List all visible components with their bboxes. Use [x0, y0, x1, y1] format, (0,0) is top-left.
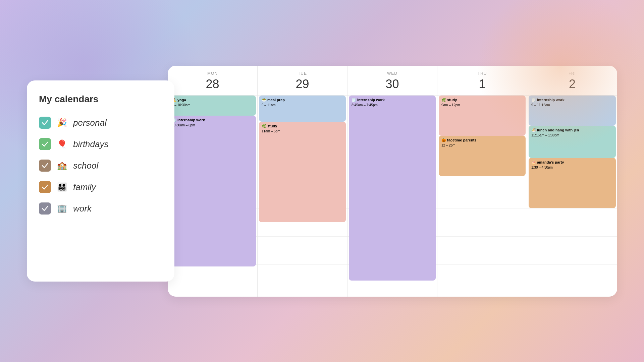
checkbox-work[interactable] [39, 202, 51, 215]
event-internship-work-wed[interactable]: 🗒️ internship work 8:45am – 7:45pm [349, 96, 436, 281]
day-header-thu: THU 1 [437, 66, 527, 95]
calendar-item-family[interactable]: 👨‍👩‍👧‍👦 family [39, 181, 162, 193]
day-column-wed: 🗒️ internship work 8:45am – 7:45pm [347, 96, 437, 297]
label-work: work [73, 203, 92, 214]
emoji-birthdays: 🎈 [57, 139, 67, 149]
event-amandas-party[interactable]: 🎂 amanda's party 1:30 – 4:30pm [529, 158, 616, 208]
sidebar-title: My calendars [39, 94, 162, 105]
checkbox-family[interactable] [39, 181, 51, 193]
checkbox-birthdays[interactable] [39, 138, 51, 150]
event-study-thu[interactable]: 🌿 study 9am – 12pm [439, 96, 526, 136]
day-number-mon: 28 [170, 77, 255, 91]
day-column-fri: 🗒️ internship work 9 – 11:15am 🍜 lunch a… [527, 96, 617, 297]
checkbox-personal[interactable] [39, 117, 51, 129]
day-header-fri: FRI 2 [527, 66, 617, 95]
calendar-item-work[interactable]: 🏢 work [39, 202, 162, 215]
day-header-tue: TUE 29 [258, 66, 347, 95]
sidebar: My calendars 🎉 personal 🎈 birthdays 🏫 sc… [27, 80, 174, 282]
emoji-family: 👨‍👩‍👧‍👦 [57, 182, 67, 192]
day-number-wed: 30 [350, 77, 434, 91]
day-number-tue: 29 [260, 77, 344, 91]
event-facetime-parents[interactable]: 🎃 facetime parents 12 – 2pm [439, 136, 526, 176]
calendar-item-birthdays[interactable]: 🎈 birthdays [39, 138, 162, 150]
day-name-thu: THU [440, 71, 524, 76]
day-number-thu: 1 [440, 77, 524, 91]
day-column-tue: 🥗 meal prep 9 – 11am 🌿 study 11am – 5pm [258, 96, 347, 297]
day-column-mon: 🧘 yoga 9 – 10:30am 🗒️ internship work 10… [168, 96, 258, 297]
event-internship-work-fri[interactable]: 🗒️ internship work 9 – 11:15am [529, 96, 616, 126]
event-internship-work-mon[interactable]: 🗒️ internship work 10:30am – 8pm [169, 116, 256, 266]
day-header-mon: MON 28 [168, 66, 258, 95]
day-name-wed: WED [350, 71, 434, 76]
day-name-tue: TUE [260, 71, 344, 76]
day-number-fri: 2 [530, 77, 614, 91]
day-name-fri: FRI [530, 71, 614, 76]
day-column-thu: 🌿 study 9am – 12pm 🎃 facetime parents 12… [437, 96, 527, 297]
emoji-personal: 🎉 [57, 118, 67, 127]
calendar-item-personal[interactable]: 🎉 personal [39, 117, 162, 129]
event-lunch-hang[interactable]: 🍜 lunch and hang with jen 11:15am – 1:30… [529, 126, 616, 158]
checkbox-school[interactable] [39, 160, 51, 172]
emoji-school: 🏫 [57, 161, 67, 170]
emoji-work: 🏢 [57, 204, 67, 213]
day-name-mon: MON [170, 71, 255, 76]
label-family: family [73, 182, 96, 192]
calendar-panel: MON 28 TUE 29 WED 30 THU 1 FRI 2 [168, 66, 617, 297]
label-personal: personal [73, 118, 107, 128]
label-school: school [73, 161, 98, 171]
label-birthdays: birthdays [73, 139, 109, 149]
event-meal-prep[interactable]: 🥗 meal prep 9 – 11am [259, 96, 346, 122]
event-study-tue[interactable]: 🌿 study 11am – 5pm [259, 122, 346, 222]
calendar-header: MON 28 TUE 29 WED 30 THU 1 FRI 2 [168, 66, 617, 96]
calendar-item-school[interactable]: 🏫 school [39, 160, 162, 172]
event-yoga[interactable]: 🧘 yoga 9 – 10:30am [169, 96, 256, 116]
calendar-body: 🧘 yoga 9 – 10:30am 🗒️ internship work 10… [168, 96, 617, 297]
day-header-wed: WED 30 [347, 66, 437, 95]
